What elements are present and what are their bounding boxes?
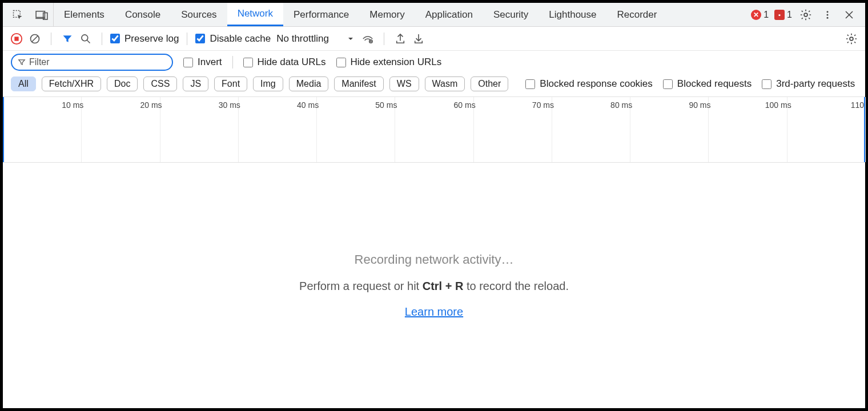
devtools-window: ElementsConsoleSourcesNetworkPerformance… (3, 3, 865, 408)
timeline-tick-label: 110 (851, 100, 864, 110)
empty-hint: Perform a request or hit Ctrl + R to rec… (299, 280, 569, 293)
tab-performance[interactable]: Performance (283, 3, 359, 26)
tab-memory[interactable]: Memory (359, 3, 415, 26)
blocked-cookies-label: Blocked response cookies (540, 78, 653, 90)
network-settings-icon[interactable] (843, 31, 859, 47)
kebab-menu-icon[interactable] (819, 7, 835, 23)
preserve-log-input[interactable] (110, 34, 120, 43)
hide-ext-urls-label: Hide extension URLs (351, 57, 442, 68)
svg-point-14 (82, 34, 88, 41)
type-filter-media[interactable]: Media (289, 76, 329, 91)
error-icon: ✕ (751, 10, 761, 20)
blocked-cookies-input[interactable] (525, 79, 535, 89)
tab-network[interactable]: Network (227, 3, 283, 26)
svg-point-7 (827, 17, 829, 18)
invert-input[interactable] (183, 58, 193, 67)
tab-elements[interactable]: Elements (54, 3, 115, 26)
close-icon[interactable] (841, 7, 857, 23)
issues-badge[interactable]: ▪ 1 (774, 10, 792, 20)
type-filter-manifest[interactable]: Manifest (334, 76, 383, 91)
filter-toggle-icon[interactable] (59, 31, 75, 47)
timeline-tick-label: 60 ms (454, 100, 476, 110)
blocked-requests-input[interactable] (663, 79, 673, 89)
type-filter-doc[interactable]: Doc (107, 76, 138, 91)
issues-count: 1 (787, 10, 792, 20)
tab-recorder[interactable]: Recorder (607, 3, 668, 26)
blocked-requests-label: Blocked requests (677, 78, 752, 90)
errors-badge[interactable]: ✕ 1 (751, 10, 769, 20)
type-filter-css[interactable]: CSS (143, 76, 177, 91)
tab-application[interactable]: Application (415, 3, 483, 26)
invert-checkbox[interactable]: Invert (183, 57, 222, 68)
timeline-tick-label: 80 ms (610, 100, 632, 110)
third-party-checkbox[interactable]: 3rd-party requests (762, 78, 855, 90)
timeline-tick-label: 70 ms (532, 100, 554, 110)
chevron-down-icon (347, 35, 354, 42)
invert-label: Invert (198, 57, 222, 68)
blocked-requests-checkbox[interactable]: Blocked requests (663, 78, 752, 90)
hint-suffix: to record the reload. (463, 280, 569, 292)
separator (102, 33, 102, 45)
third-party-input[interactable] (762, 79, 771, 89)
timeline-tick-label: 100 ms (765, 100, 791, 110)
tab-sources[interactable]: Sources (171, 3, 227, 26)
svg-point-5 (827, 11, 829, 13)
tab-console[interactable]: Console (115, 3, 171, 26)
export-har-icon[interactable] (392, 31, 408, 47)
search-icon[interactable] (78, 31, 94, 47)
type-filter-wasm[interactable]: Wasm (425, 76, 465, 91)
issue-icon: ▪ (774, 10, 785, 20)
timeline-tick-label: 50 ms (375, 100, 397, 110)
hide-data-urls-checkbox[interactable]: Hide data URLs (243, 57, 326, 68)
hide-data-urls-input[interactable] (243, 58, 253, 67)
empty-state: Recording network activity… Perform a re… (3, 163, 865, 408)
type-filter-fetch-xhr[interactable]: Fetch/XHR (42, 76, 101, 91)
tabbar-leading (3, 3, 54, 26)
type-filter-ws[interactable]: WS (389, 76, 419, 91)
hint-prefix: Perform a request or hit (299, 280, 423, 292)
separator (232, 56, 233, 68)
learn-more-link[interactable]: Learn more (405, 305, 463, 319)
hide-ext-urls-input[interactable] (336, 58, 346, 67)
filter-input[interactable] (29, 57, 166, 67)
timeline-handle-left[interactable] (3, 97, 4, 162)
separator (51, 33, 51, 45)
hint-shortcut: Ctrl + R (423, 280, 464, 292)
separator (187, 33, 187, 45)
disable-cache-label: Disable cache (210, 33, 271, 45)
tabbar-trailing: ✕ 1 ▪ 1 (751, 3, 865, 26)
import-har-icon[interactable] (411, 31, 427, 47)
record-button[interactable] (9, 31, 25, 47)
separator (384, 33, 384, 45)
inspect-element-icon[interactable] (10, 7, 26, 23)
device-toolbar-icon[interactable] (34, 7, 50, 23)
errors-count: 1 (763, 10, 769, 20)
disable-cache-input[interactable] (195, 34, 205, 43)
pills-container: AllFetch/XHRDocCSSJSFontImgMediaManifest… (11, 76, 508, 91)
timeline-tick-label: 90 ms (689, 100, 710, 110)
network-conditions-icon[interactable] (360, 31, 376, 47)
type-filter-other[interactable]: Other (471, 76, 508, 91)
svg-rect-11 (14, 37, 18, 41)
svg-point-17 (850, 37, 853, 41)
type-filter-js[interactable]: JS (183, 76, 208, 91)
type-filter-all[interactable]: All (11, 76, 36, 91)
type-filter-img[interactable]: Img (253, 76, 283, 91)
throttling-label: No throttling (276, 33, 329, 45)
network-toolbar: Preserve log Disable cache No throttling (3, 27, 865, 51)
hide-ext-urls-checkbox[interactable]: Hide extension URLs (336, 57, 442, 68)
timeline-tick-label: 40 ms (297, 100, 319, 110)
tab-security[interactable]: Security (483, 3, 539, 26)
disable-cache-checkbox[interactable]: Disable cache (195, 33, 271, 45)
tab-lighthouse[interactable]: Lighthouse (539, 3, 606, 26)
settings-icon[interactable] (798, 7, 814, 23)
empty-title: Recording network activity… (355, 252, 514, 267)
clear-button[interactable] (27, 31, 43, 47)
type-filter-font[interactable]: Font (214, 76, 247, 91)
filter-input-wrap[interactable] (11, 54, 173, 71)
timeline-overview[interactable]: 10 ms20 ms30 ms40 ms50 ms60 ms70 ms80 ms… (3, 96, 865, 163)
throttling-select[interactable]: No throttling (273, 33, 357, 45)
preserve-log-checkbox[interactable]: Preserve log (110, 33, 179, 45)
blocked-cookies-checkbox[interactable]: Blocked response cookies (525, 78, 653, 90)
svg-point-6 (827, 14, 829, 15)
